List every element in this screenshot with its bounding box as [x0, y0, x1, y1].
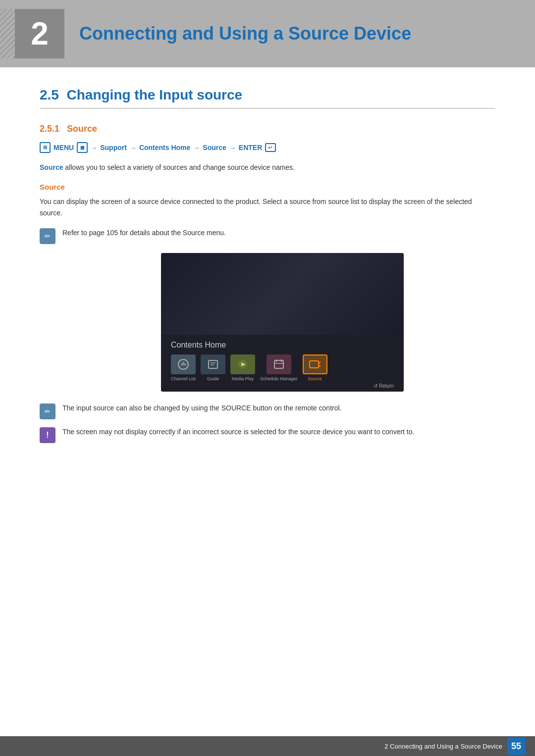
return-label: ↺ Return [171, 383, 394, 389]
note-2-highlight: SOURCE [221, 404, 251, 412]
chapter-number: 2 [31, 15, 49, 52]
header-decoration [0, 9, 15, 58]
icon-item-schedule: Schedule Manager [260, 354, 298, 381]
footer-text: 2 Connecting and Using a Source Device [384, 743, 502, 750]
subsection-number: 2.5.1 [40, 124, 59, 134]
source-description: Source allows you to select a variety of… [40, 162, 495, 173]
section-heading: 2.5 Changing the Input source [40, 87, 495, 109]
note-1-highlight: Source [183, 229, 205, 237]
note-2-before: The input source can also be changed by … [62, 404, 221, 412]
guide-icon [201, 354, 225, 374]
page-footer: 2 Connecting and Using a Source Device 5… [0, 736, 535, 756]
icon-item-source: Source [303, 354, 327, 381]
chapter-number-box: 2 [15, 9, 64, 58]
main-content: 2.5 Changing the Input source 2.5.1 Sour… [0, 67, 535, 490]
source-highlight-1: Source [40, 163, 63, 171]
guide-label: Guide [207, 376, 219, 381]
screenshot-bottom: Contents Home Channel List Guide [161, 335, 404, 392]
channel-icon [171, 354, 196, 374]
note-exclaim-icon: ! [40, 427, 55, 443]
media-label: Media Play [232, 376, 254, 381]
section-number: 2.5 [40, 87, 59, 102]
source-desc-text: allows you to select a variety of source… [65, 163, 295, 171]
menu-arrow-3: → [193, 144, 200, 151]
note-row-2: ✏ The input source can also be changed b… [40, 403, 495, 419]
chapter-title: Connecting and Using a Source Device [79, 23, 411, 44]
note-1-after: menu. [205, 229, 226, 237]
screenshot-box: Contents Home Channel List Guide [161, 253, 404, 392]
enter-icon: ↵ [265, 143, 276, 152]
note-row-3: ! The screen may not display correctly i… [40, 426, 495, 443]
source-body-text: You can display the screen of a source d… [40, 196, 495, 218]
section-title: Changing the Input source [67, 87, 243, 102]
source-icon [303, 354, 327, 374]
menu-path: ⊞ MENU ▦ → Support → Contents Home → Sou… [40, 142, 495, 153]
svg-rect-1 [209, 360, 217, 368]
menu-label: MENU [54, 144, 74, 151]
icon-item-media: Media Play [230, 354, 255, 381]
sub-heading-source: Source [40, 183, 495, 191]
screenshot-icons-row: Channel List Guide Media Play [171, 354, 394, 381]
icon-item-channel: Channel List [171, 354, 196, 381]
screenshot-top [161, 253, 404, 335]
note-1-text: Refer to page 105 for details about the … [62, 227, 226, 238]
icon-item-guide: Guide [201, 354, 225, 381]
chapter-header: 2 Connecting and Using a Source Device [0, 0, 535, 67]
note-1-before: Refer to page 105 for details about the [62, 229, 183, 237]
note-pencil-icon-2: ✏ [40, 403, 55, 419]
note-2-after: button on the remote control. [251, 404, 342, 412]
channel-label: Channel List [171, 376, 196, 381]
subsection-heading: 2.5.1 Source [40, 124, 495, 134]
schedule-label: Schedule Manager [260, 376, 298, 381]
note-pencil-icon: ✏ [40, 228, 55, 244]
schedule-icon [267, 354, 291, 374]
menu-step-contents-home: Contents Home [139, 144, 190, 151]
menu-arrow-4: → [229, 144, 236, 151]
media-icon [230, 354, 255, 374]
menu-arrow-2: → [130, 144, 136, 151]
note-3-text: The screen may not display correctly if … [62, 426, 414, 437]
source-icon-label: Source [308, 376, 322, 381]
menu-grid-icon: ▦ [77, 142, 88, 153]
footer-page-number: 55 [507, 737, 525, 755]
menu-step-support: Support [100, 144, 127, 151]
menu-arrow-1: → [91, 144, 97, 151]
svg-rect-6 [274, 360, 283, 368]
subsection-title: Source [67, 124, 97, 134]
menu-icon: ⊞ [40, 142, 51, 153]
menu-step-source: Source [203, 144, 226, 151]
menu-enter-label: ENTER [239, 144, 262, 151]
note-2-text: The input source can also be changed by … [62, 403, 341, 413]
note-row-1: ✏ Refer to page 105 for details about th… [40, 227, 495, 244]
screenshot-container: Contents Home Channel List Guide [69, 253, 495, 392]
contents-home-label: Contents Home [171, 341, 394, 350]
svg-rect-10 [310, 361, 319, 368]
